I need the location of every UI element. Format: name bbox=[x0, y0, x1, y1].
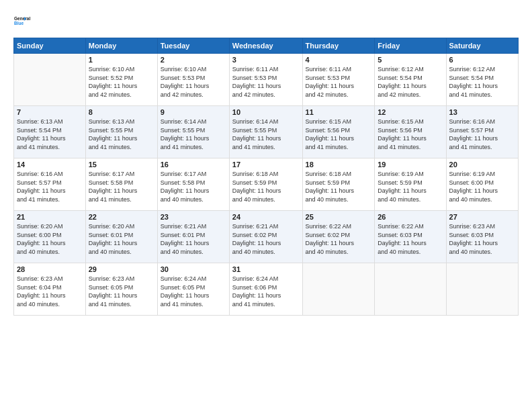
day-number: 29 bbox=[89, 265, 154, 273]
day-cell: 25Sunrise: 6:22 AM Sunset: 6:02 PM Dayli… bbox=[302, 211, 375, 263]
day-number: 30 bbox=[161, 265, 226, 273]
day-number: 2 bbox=[161, 56, 226, 64]
day-cell bbox=[446, 263, 518, 316]
day-number: 5 bbox=[378, 56, 443, 64]
day-info: Sunrise: 6:19 AM Sunset: 6:00 PM Dayligh… bbox=[449, 170, 515, 203]
header-friday: Friday bbox=[375, 38, 446, 54]
day-cell: 24Sunrise: 6:21 AM Sunset: 6:02 PM Dayli… bbox=[229, 211, 302, 263]
day-number: 26 bbox=[378, 213, 443, 221]
day-info: Sunrise: 6:20 AM Sunset: 6:01 PM Dayligh… bbox=[89, 222, 154, 256]
day-number: 17 bbox=[232, 161, 300, 169]
day-cell: 27Sunrise: 6:23 AM Sunset: 6:03 PM Dayli… bbox=[446, 211, 518, 263]
header-sunday: Sunday bbox=[14, 38, 86, 54]
day-cell: 9Sunrise: 6:14 AM Sunset: 5:55 PM Daylig… bbox=[157, 106, 229, 158]
day-cell bbox=[375, 263, 446, 316]
day-info: Sunrise: 6:15 AM Sunset: 5:56 PM Dayligh… bbox=[306, 118, 372, 151]
day-info: Sunrise: 6:17 AM Sunset: 5:58 PM Dayligh… bbox=[89, 170, 154, 203]
day-info: Sunrise: 6:12 AM Sunset: 5:54 PM Dayligh… bbox=[449, 65, 515, 99]
day-cell: 20Sunrise: 6:19 AM Sunset: 6:00 PM Dayli… bbox=[446, 158, 518, 211]
header-monday: Monday bbox=[85, 38, 157, 54]
week-row-5: 28Sunrise: 6:23 AM Sunset: 6:04 PM Dayli… bbox=[14, 263, 519, 316]
svg-text:Blue: Blue bbox=[14, 21, 24, 26]
day-cell: 10Sunrise: 6:14 AM Sunset: 5:55 PM Dayli… bbox=[229, 106, 302, 158]
day-cell: 29Sunrise: 6:23 AM Sunset: 6:05 PM Dayli… bbox=[85, 263, 157, 316]
day-info: Sunrise: 6:18 AM Sunset: 5:59 PM Dayligh… bbox=[232, 170, 300, 203]
day-cell: 23Sunrise: 6:21 AM Sunset: 6:01 PM Dayli… bbox=[157, 211, 229, 263]
day-info: Sunrise: 6:16 AM Sunset: 5:57 PM Dayligh… bbox=[17, 170, 83, 203]
day-cell: 4Sunrise: 6:11 AM Sunset: 5:53 PM Daylig… bbox=[302, 54, 375, 106]
day-number: 18 bbox=[306, 161, 372, 169]
day-info: Sunrise: 6:18 AM Sunset: 5:59 PM Dayligh… bbox=[306, 170, 372, 203]
day-cell: 18Sunrise: 6:18 AM Sunset: 5:59 PM Dayli… bbox=[302, 158, 375, 211]
day-number: 21 bbox=[17, 213, 83, 221]
day-number: 16 bbox=[161, 161, 226, 169]
day-number: 8 bbox=[89, 108, 154, 116]
day-cell: 30Sunrise: 6:24 AM Sunset: 6:05 PM Dayli… bbox=[157, 263, 229, 316]
day-number: 15 bbox=[89, 161, 154, 169]
day-number: 25 bbox=[306, 213, 372, 221]
day-info: Sunrise: 6:22 AM Sunset: 6:03 PM Dayligh… bbox=[378, 222, 443, 256]
day-number: 24 bbox=[232, 213, 300, 221]
day-number: 7 bbox=[17, 108, 83, 116]
day-info: Sunrise: 6:22 AM Sunset: 6:02 PM Dayligh… bbox=[306, 222, 372, 256]
day-number: 23 bbox=[161, 213, 226, 221]
day-cell bbox=[14, 54, 86, 106]
day-info: Sunrise: 6:11 AM Sunset: 5:53 PM Dayligh… bbox=[232, 65, 300, 99]
day-number: 1 bbox=[89, 56, 154, 64]
day-info: Sunrise: 6:24 AM Sunset: 6:06 PM Dayligh… bbox=[232, 275, 300, 308]
day-info: Sunrise: 6:19 AM Sunset: 5:59 PM Dayligh… bbox=[378, 170, 443, 203]
header-thursday: Thursday bbox=[302, 38, 375, 54]
day-cell: 19Sunrise: 6:19 AM Sunset: 5:59 PM Dayli… bbox=[375, 158, 446, 211]
day-number: 4 bbox=[306, 56, 372, 64]
day-info: Sunrise: 6:21 AM Sunset: 6:01 PM Dayligh… bbox=[161, 222, 226, 256]
day-number: 9 bbox=[161, 108, 226, 116]
day-number: 14 bbox=[17, 161, 83, 169]
day-info: Sunrise: 6:15 AM Sunset: 5:56 PM Dayligh… bbox=[378, 118, 443, 151]
day-number: 3 bbox=[232, 56, 300, 64]
day-number: 19 bbox=[378, 161, 443, 169]
day-info: Sunrise: 6:12 AM Sunset: 5:54 PM Dayligh… bbox=[378, 65, 443, 99]
header-saturday: Saturday bbox=[446, 38, 518, 54]
day-info: Sunrise: 6:11 AM Sunset: 5:53 PM Dayligh… bbox=[306, 65, 372, 99]
day-cell: 26Sunrise: 6:22 AM Sunset: 6:03 PM Dayli… bbox=[375, 211, 446, 263]
day-info: Sunrise: 6:24 AM Sunset: 6:05 PM Dayligh… bbox=[161, 275, 226, 308]
day-cell: 8Sunrise: 6:13 AM Sunset: 5:55 PM Daylig… bbox=[85, 106, 157, 158]
day-cell: 5Sunrise: 6:12 AM Sunset: 5:54 PM Daylig… bbox=[375, 54, 446, 106]
day-info: Sunrise: 6:10 AM Sunset: 5:52 PM Dayligh… bbox=[89, 65, 154, 99]
day-info: Sunrise: 6:20 AM Sunset: 6:00 PM Dayligh… bbox=[17, 222, 83, 256]
day-info: Sunrise: 6:23 AM Sunset: 6:03 PM Dayligh… bbox=[449, 222, 515, 256]
day-cell: 28Sunrise: 6:23 AM Sunset: 6:04 PM Dayli… bbox=[14, 263, 86, 316]
day-number: 12 bbox=[378, 108, 443, 116]
day-number: 28 bbox=[17, 265, 83, 273]
day-number: 22 bbox=[89, 213, 154, 221]
day-info: Sunrise: 6:23 AM Sunset: 6:04 PM Dayligh… bbox=[17, 275, 83, 308]
day-cell: 3Sunrise: 6:11 AM Sunset: 5:53 PM Daylig… bbox=[229, 54, 302, 106]
day-number: 20 bbox=[449, 161, 515, 169]
day-info: Sunrise: 6:17 AM Sunset: 5:58 PM Dayligh… bbox=[161, 170, 226, 203]
day-info: Sunrise: 6:14 AM Sunset: 5:55 PM Dayligh… bbox=[232, 118, 300, 151]
day-info: Sunrise: 6:13 AM Sunset: 5:54 PM Dayligh… bbox=[17, 118, 83, 151]
day-number: 31 bbox=[232, 265, 300, 273]
logo: General Blue bbox=[13, 11, 34, 31]
week-row-3: 14Sunrise: 6:16 AM Sunset: 5:57 PM Dayli… bbox=[14, 158, 519, 211]
day-cell: 12Sunrise: 6:15 AM Sunset: 5:56 PM Dayli… bbox=[375, 106, 446, 158]
day-cell: 15Sunrise: 6:17 AM Sunset: 5:58 PM Dayli… bbox=[85, 158, 157, 211]
header: General Blue bbox=[13, 11, 519, 31]
day-number: 10 bbox=[232, 108, 300, 116]
week-row-2: 7Sunrise: 6:13 AM Sunset: 5:54 PM Daylig… bbox=[14, 106, 519, 158]
day-cell: 14Sunrise: 6:16 AM Sunset: 5:57 PM Dayli… bbox=[14, 158, 86, 211]
day-number: 11 bbox=[306, 108, 372, 116]
logo-icon: General Blue bbox=[13, 11, 34, 31]
day-info: Sunrise: 6:10 AM Sunset: 5:53 PM Dayligh… bbox=[161, 65, 226, 99]
day-info: Sunrise: 6:23 AM Sunset: 6:05 PM Dayligh… bbox=[89, 275, 154, 308]
week-row-4: 21Sunrise: 6:20 AM Sunset: 6:00 PM Dayli… bbox=[14, 211, 519, 263]
day-info: Sunrise: 6:14 AM Sunset: 5:55 PM Dayligh… bbox=[161, 118, 226, 151]
day-cell: 7Sunrise: 6:13 AM Sunset: 5:54 PM Daylig… bbox=[14, 106, 86, 158]
day-info: Sunrise: 6:21 AM Sunset: 6:02 PM Dayligh… bbox=[232, 222, 300, 256]
header-tuesday: Tuesday bbox=[157, 38, 229, 54]
day-number: 13 bbox=[449, 108, 515, 116]
day-cell: 21Sunrise: 6:20 AM Sunset: 6:00 PM Dayli… bbox=[14, 211, 86, 263]
header-wednesday: Wednesday bbox=[229, 38, 302, 54]
day-cell: 6Sunrise: 6:12 AM Sunset: 5:54 PM Daylig… bbox=[446, 54, 518, 106]
day-cell: 13Sunrise: 6:16 AM Sunset: 5:57 PM Dayli… bbox=[446, 106, 518, 158]
